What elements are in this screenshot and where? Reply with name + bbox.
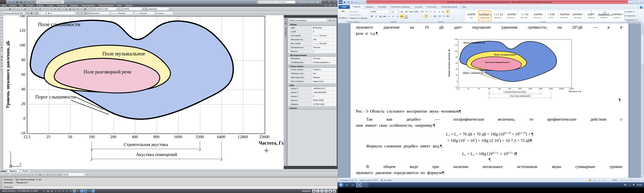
linetype-dropdown[interactable]: ——— Послою▾ xyxy=(111,11,134,15)
diameter-icon[interactable]: ⌀ xyxy=(20,173,23,176)
paragraph-dialog-launcher[interactable]: ⤡ xyxy=(461,21,462,23)
ellipse-icon[interactable]: ◯ xyxy=(0,43,3,46)
copy-icon[interactable]: ❐ xyxy=(31,7,34,10)
style-tile[interactable]: АаБбВвГг,¶Обычный xyxy=(478,10,492,21)
close-button[interactable]: ✕ xyxy=(638,0,643,3)
oblique-icon[interactable]: ≈ xyxy=(42,173,46,176)
justify-icon[interactable]: ▤ xyxy=(433,14,437,18)
new-icon[interactable]: ▯ xyxy=(8,0,11,3)
dim-style-icon[interactable]: ⤢ xyxy=(119,7,123,10)
web-layout-view-icon[interactable]: ◫ xyxy=(597,179,601,182)
dim-style-apply-icon[interactable]: ↻ xyxy=(53,173,57,176)
workspace-switch-icon[interactable]: ⚙ xyxy=(324,190,328,193)
infocenter-collapse-icon[interactable]: ▸ xyxy=(256,1,258,3)
jogged-icon[interactable]: ◆ xyxy=(38,173,42,176)
sheet-set-manager-icon[interactable]: ⊞ xyxy=(76,7,80,10)
property-row[interactable]: Ширина127525.5832 xyxy=(288,102,336,106)
grow-font-icon[interactable]: А▴ xyxy=(400,10,404,13)
workspace-switcher[interactable]: ⚙ Классический AutoCAD ▾ xyxy=(36,0,64,4)
vertical-scrollbar[interactable]: ▲ ▼ xyxy=(641,23,644,178)
copy-button[interactable]: ❐Копировать xyxy=(348,13,368,16)
dim-style-manager-icon[interactable]: ✎ xyxy=(86,173,89,176)
3d-dwf-icon[interactable]: ◆ xyxy=(23,7,27,10)
show-formatting-marks-icon[interactable]: ¶ xyxy=(446,10,450,13)
save-icon[interactable]: ▣ xyxy=(8,7,12,10)
lineweight-dropdown[interactable]: —— Послою▾ xyxy=(134,11,156,15)
text-style-dropdown[interactable]: GOST 2.304▾ xyxy=(96,7,118,11)
quick-view-layouts-icon[interactable]: ▦ xyxy=(312,190,316,193)
text-style-icon[interactable]: A xyxy=(92,7,96,10)
styles-gallery-arrows[interactable]: ▲▼▼̱ xyxy=(590,10,592,16)
property-row[interactable]: Слой0 xyxy=(288,30,336,34)
command-prompt[interactable]: Команда: xyxy=(2,186,337,189)
property-row[interactable]: ПрозрачностьПослою xyxy=(288,46,336,49)
rectangle-icon[interactable]: ▭ xyxy=(0,28,3,30)
fullscreen-view-icon[interactable]: ▤ xyxy=(593,179,596,182)
open-icon[interactable]: ▱ xyxy=(4,7,8,10)
align-center-icon[interactable]: ☰ xyxy=(424,14,428,18)
scrollbar-thumb[interactable] xyxy=(641,34,644,65)
palette-close-icon[interactable]: ✕ xyxy=(284,18,286,21)
word-logo-icon[interactable]: W xyxy=(339,0,342,4)
decrease-indent-icon[interactable]: ⇤ xyxy=(433,10,437,13)
selection-dropdown[interactable]: Ничего не выбрано▾ xyxy=(288,18,328,22)
layer-freeze-icon[interactable]: ☼ xyxy=(42,12,44,14)
print-layout-view-icon[interactable]: ▣ xyxy=(588,179,592,182)
hidden-icons-chevron[interactable]: ▲ xyxy=(629,184,630,186)
command-window-grip[interactable] xyxy=(0,177,2,190)
style-tile[interactable]: 1 ААБЗАГОЛ... xyxy=(545,10,558,21)
property-row[interactable]: МатериалПослою xyxy=(288,57,336,61)
match-properties-icon[interactable]: ▨ xyxy=(38,7,42,10)
table-style-dropdown[interactable]: Standard▾ xyxy=(148,7,170,11)
minimize-button[interactable]: ─ xyxy=(322,0,327,3)
arc-length-icon[interactable]: ⌒ xyxy=(8,173,12,176)
palette-section-header[interactable]: 3D визуализация xyxy=(288,54,336,57)
clipboard-dialog-launcher[interactable]: ⤡ xyxy=(367,21,368,23)
menu-item[interactable]: Файл xyxy=(0,4,8,6)
point-icon[interactable]: ∴ xyxy=(0,52,3,55)
palette-autohide-icon[interactable]: ◂▸ xyxy=(284,21,286,22)
tab-insert[interactable]: Вставка xyxy=(376,5,389,9)
spline-icon[interactable]: ∿ xyxy=(0,40,3,43)
style-tile[interactable]: АаБбВвТаблица м... xyxy=(505,10,518,21)
osnap-icon[interactable]: ▭ xyxy=(61,190,65,193)
proofing-icon[interactable]: ▤ xyxy=(381,179,383,181)
word-count[interactable]: Число слов: 13 677 xyxy=(360,179,378,181)
paste-icon[interactable]: ▤ xyxy=(34,7,38,10)
redo-icon[interactable]: ↷ xyxy=(31,0,35,3)
region-icon[interactable]: ◰ xyxy=(0,61,3,64)
dim-style-dropdown[interactable]: SPDS▾ xyxy=(123,7,142,11)
text-effects-icon[interactable]: А xyxy=(396,14,400,18)
style-tile[interactable]: 1.1.1 АяЗаголово... xyxy=(492,10,505,21)
internet-explorer-icon[interactable]: e xyxy=(344,183,349,187)
language-indicator[interactable]: русский xyxy=(384,179,391,181)
explorer-folder-icon[interactable]: ▱ xyxy=(350,183,356,187)
menu-item[interactable]: Редактировать xyxy=(80,4,97,6)
save-icon[interactable]: ▣ xyxy=(343,0,346,4)
dyn-ucs-icon[interactable]: ϟ xyxy=(73,190,76,193)
property-row[interactable]: Тип линий——— Послою xyxy=(288,34,336,38)
plot-icon[interactable]: ⊟ xyxy=(23,0,27,3)
taskbar-word-button[interactable]: W xyxy=(356,183,362,187)
table-style-icon[interactable]: ⊞ xyxy=(144,7,148,10)
plot-icon[interactable]: ⊟ xyxy=(12,7,16,10)
scroll-up-icon[interactable]: ▲ xyxy=(641,23,644,26)
font-color-icon[interactable]: А▾ xyxy=(404,14,408,18)
mtext-icon[interactable]: A xyxy=(0,67,3,70)
close-button[interactable]: ✕ xyxy=(332,0,337,3)
dim-text-icon[interactable]: A xyxy=(46,173,49,176)
circle-icon[interactable]: ○ xyxy=(0,34,3,37)
doc-close-button[interactable]: ✕ xyxy=(332,4,337,7)
property-row[interactable]: Вес линий——— Послою xyxy=(288,42,336,46)
align-left-icon[interactable]: ⫞ xyxy=(420,14,424,18)
undo-icon[interactable]: ↶ xyxy=(27,0,31,3)
multilevel-list-icon[interactable]: ⫶▾ xyxy=(428,10,432,13)
make-layer-current-icon[interactable]: ⇱ xyxy=(76,12,80,15)
zoom-out-icon[interactable]: − xyxy=(618,179,620,181)
layer-states-icon[interactable]: ▥ xyxy=(84,12,88,15)
radius-icon[interactable]: ⊙ xyxy=(16,173,19,176)
property-row[interactable]: Цвет■ Послою xyxy=(288,26,336,30)
property-row[interactable]: Центр Z0 xyxy=(288,95,336,98)
font-size-dropdown[interactable]: 11▾ xyxy=(392,10,399,13)
make-block-icon[interactable]: ⊞ xyxy=(0,49,3,52)
